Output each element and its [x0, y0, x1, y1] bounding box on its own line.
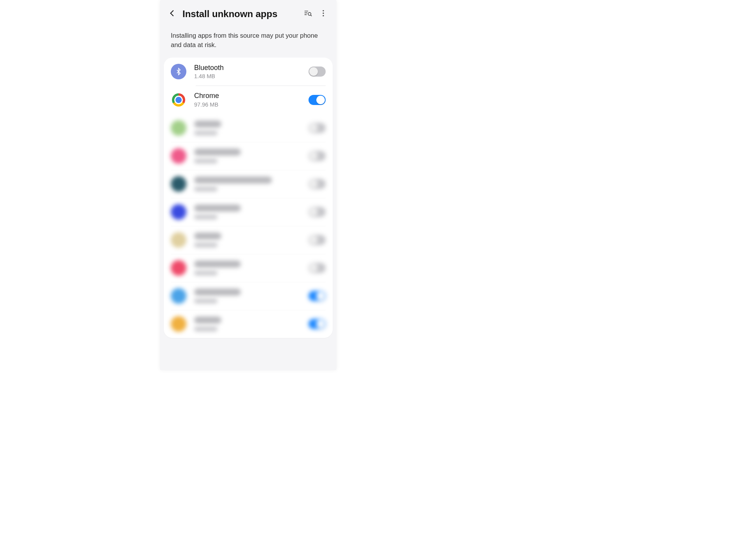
chevron-left-icon [168, 9, 177, 19]
app-icon-blurred [171, 232, 186, 248]
app-text-blurred [194, 205, 309, 219]
toggle-blurred [309, 319, 326, 329]
app-icon-blurred [171, 120, 186, 136]
toggle-knob [316, 96, 325, 104]
app-row-bluetooth[interactable]: Bluetooth 1.48 MB [164, 58, 333, 86]
toggle-chrome[interactable] [309, 95, 326, 105]
more-vertical-icon [319, 9, 328, 19]
app-row-chrome[interactable]: Chrome 97.96 MB [164, 86, 333, 114]
app-icon-blurred [171, 176, 186, 192]
svg-point-7 [323, 15, 324, 16]
toggle-blurred [309, 263, 326, 273]
app-text: Bluetooth 1.48 MB [194, 64, 309, 80]
toggle-blurred [309, 123, 326, 133]
app-icon-blurred [171, 148, 186, 164]
svg-line-4 [310, 15, 312, 16]
app-size: 1.48 MB [194, 73, 309, 79]
app-icon-blurred [171, 288, 186, 304]
app-row-blurred [164, 114, 333, 142]
app-text-blurred [194, 289, 309, 303]
app-text-blurred [194, 317, 309, 331]
app-row-blurred [164, 226, 333, 254]
toggle-blurred [309, 151, 326, 161]
app-row-blurred [164, 170, 333, 198]
svg-point-6 [323, 12, 324, 14]
toggle-bluetooth[interactable] [309, 66, 326, 77]
more-options-button[interactable] [316, 6, 331, 22]
toggle-knob [309, 67, 318, 76]
app-text-blurred [194, 261, 309, 275]
app-row-blurred [164, 142, 333, 170]
app-name: Chrome [194, 92, 309, 100]
app-list: Bluetooth 1.48 MB Chrome 97.96 MB [164, 58, 333, 338]
warning-text: Installing apps from this source may put… [160, 28, 337, 58]
app-icon-blurred [171, 260, 186, 276]
app-row-blurred [164, 310, 333, 338]
toggle-blurred [309, 291, 326, 301]
search-list-button[interactable] [300, 6, 316, 22]
app-icon-blurred [171, 316, 186, 332]
app-size: 97.96 MB [194, 102, 309, 108]
app-name: Bluetooth [194, 64, 309, 72]
app-text-blurred [194, 177, 309, 191]
toggle-blurred [309, 235, 326, 245]
app-row-blurred [164, 282, 333, 310]
back-button[interactable] [164, 5, 181, 23]
header-bar: Install unknown apps [160, 0, 337, 28]
svg-point-3 [308, 12, 311, 15]
toggle-blurred [309, 207, 326, 217]
app-text-blurred [194, 233, 309, 247]
app-text: Chrome 97.96 MB [194, 92, 309, 108]
chrome-icon [171, 92, 186, 108]
svg-point-5 [323, 10, 324, 11]
bluetooth-icon [171, 64, 186, 79]
toggle-blurred [309, 179, 326, 189]
page-title: Install unknown apps [182, 9, 300, 19]
app-text-blurred [194, 149, 309, 163]
phone-frame: Install unknown apps I [160, 0, 337, 370]
list-search-icon [303, 9, 312, 19]
app-icon-blurred [171, 204, 186, 220]
app-row-blurred [164, 254, 333, 282]
app-text-blurred [194, 121, 309, 135]
app-row-blurred [164, 198, 333, 226]
